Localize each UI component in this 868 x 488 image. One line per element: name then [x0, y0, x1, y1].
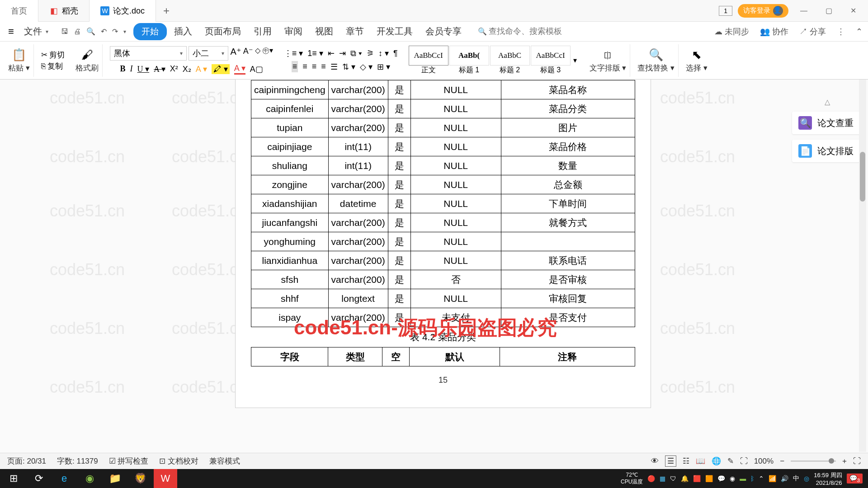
border-icon[interactable]: ⊞ ▾: [377, 62, 390, 72]
tray-icon-5[interactable]: 🟧: [705, 475, 713, 482]
font-name-select[interactable]: 黑体▾: [110, 46, 187, 61]
style-h3[interactable]: AaBbCcI标题 3: [531, 46, 571, 75]
increase-font-icon[interactable]: A⁺: [230, 46, 241, 61]
phonetic-icon[interactable]: ㊥▾: [262, 46, 273, 61]
document-page[interactable]: caipinmingchengvarchar(200)是NULL菜品名称caip…: [235, 80, 651, 408]
underline-button[interactable]: U ▾: [137, 64, 150, 74]
taskbar-app-1[interactable]: ⟳: [27, 469, 51, 488]
align-distribute-icon[interactable]: ☰: [330, 62, 338, 72]
taskbar-wps[interactable]: W: [154, 469, 177, 488]
zoom-slider[interactable]: [791, 460, 836, 462]
tray-icon-9[interactable]: ◎: [804, 475, 809, 482]
notification-button[interactable]: 💬3: [847, 474, 863, 484]
char-border-button[interactable]: A▢: [250, 64, 263, 74]
align-center-icon[interactable]: ≡: [302, 62, 307, 71]
qat-redo-icon[interactable]: ↷: [112, 27, 118, 36]
menu-devtools[interactable]: 开发工具: [371, 23, 418, 39]
collapse-panel-icon[interactable]: △: [792, 98, 863, 106]
eye-icon[interactable]: 👁: [651, 457, 659, 466]
menu-page-layout[interactable]: 页面布局: [199, 23, 246, 39]
qat-save-icon[interactable]: 🖫: [61, 28, 68, 36]
style-h1[interactable]: AaBb(标题 1: [449, 46, 489, 75]
tray-ime-icon[interactable]: 中: [793, 474, 799, 483]
login-button[interactable]: 访客登录 👤: [738, 4, 788, 18]
show-marks-icon[interactable]: ¶: [393, 49, 398, 58]
line-height-icon[interactable]: ⇅ ▾: [342, 62, 355, 72]
align-left-icon[interactable]: ≡: [292, 61, 298, 72]
sort-icon[interactable]: ⚞: [367, 48, 374, 58]
ribbon-select[interactable]: ⬉ 选择 ▾: [682, 44, 711, 77]
asian-layout-icon[interactable]: ⧉ ▾: [350, 49, 362, 58]
window-badge[interactable]: 1: [719, 6, 732, 16]
taskbar-clock[interactable]: 16:59 周四 2021/8/26: [814, 471, 842, 486]
start-button[interactable]: ⊞: [2, 469, 25, 488]
tray-icon-2[interactable]: ▦: [660, 475, 665, 482]
zoom-in-button[interactable]: +: [842, 457, 847, 466]
close-button[interactable]: ✕: [844, 3, 863, 19]
menu-start[interactable]: 开始: [133, 23, 167, 40]
subscript-button[interactable]: X₂: [183, 64, 191, 74]
tray-icon-7[interactable]: ◉: [730, 475, 735, 482]
paste-icon[interactable]: 📋: [12, 48, 26, 62]
page-view-icon[interactable]: ☰: [665, 455, 676, 467]
decrease-font-icon[interactable]: A⁻: [243, 46, 253, 61]
fullscreen-icon[interactable]: ⛶: [853, 457, 861, 466]
decrease-indent-icon[interactable]: ⇤: [328, 48, 335, 58]
maximize-button[interactable]: ▢: [819, 3, 839, 19]
number-list-icon[interactable]: 1≡ ▾: [307, 48, 323, 58]
paste-button[interactable]: 粘贴 ▾: [8, 63, 30, 73]
font-size-select[interactable]: 小二▾: [189, 46, 228, 61]
tray-icon-4[interactable]: 🟥: [693, 475, 701, 482]
shading-icon[interactable]: ◇ ▾: [360, 62, 373, 72]
menu-file[interactable]: 文件▾: [19, 23, 54, 39]
menu-chapter[interactable]: 章节: [340, 23, 369, 39]
hamburger-icon[interactable]: ≡: [5, 26, 17, 38]
page-indicator[interactable]: 页面: 20/31: [7, 456, 46, 466]
qat-preview-icon[interactable]: 🔍: [86, 27, 95, 36]
tab-document[interactable]: W 论文.doc: [90, 0, 156, 22]
cut-button[interactable]: ✂ 剪切: [41, 50, 65, 60]
tray-wifi-icon[interactable]: 📶: [769, 475, 776, 482]
reading-view-icon[interactable]: 📖: [696, 456, 705, 466]
taskbar-browser[interactable]: ◉: [78, 469, 101, 488]
taskbar-app-2[interactable]: 🦁: [128, 469, 152, 488]
bullet-list-icon[interactable]: ⋮≡ ▾: [284, 48, 303, 58]
tray-icon-1[interactable]: 🔴: [647, 475, 655, 482]
taskbar-explorer[interactable]: 📁: [103, 469, 127, 488]
vertical-scrollbar[interactable]: [859, 80, 866, 452]
italic-button[interactable]: I: [130, 64, 133, 74]
tab-home[interactable]: 首页: [0, 0, 38, 22]
spellcheck-toggle[interactable]: ☑ 拼写检查: [109, 456, 149, 466]
tray-bluetooth-icon[interactable]: ᛒ: [750, 475, 754, 482]
menu-more-icon[interactable]: ⋮: [837, 27, 845, 37]
tray-icon-8[interactable]: ▬: [740, 475, 746, 482]
clear-format-icon[interactable]: ◇: [255, 46, 260, 61]
format-painter-icon[interactable]: 🖌: [81, 48, 93, 62]
markup-icon[interactable]: ✎: [727, 456, 734, 466]
tray-volume-icon[interactable]: 🔊: [781, 475, 788, 482]
scrollbar-thumb[interactable]: [860, 152, 865, 202]
style-body[interactable]: AaBbCcI正文: [409, 46, 448, 75]
share-button[interactable]: ↗ 分享: [799, 26, 826, 37]
qat-more-icon[interactable]: ▾: [123, 28, 126, 35]
paper-check-button[interactable]: 🔍 论文查重: [792, 112, 863, 134]
text-effect-button[interactable]: A ▾: [196, 64, 207, 74]
paper-typeset-button[interactable]: 📄 论文排版: [792, 140, 863, 162]
taskbar-ie[interactable]: e: [52, 469, 76, 488]
menu-reference[interactable]: 引用: [248, 23, 277, 39]
style-h2[interactable]: AaBbC标题 2: [490, 46, 530, 75]
collab-button[interactable]: 👥 协作: [760, 26, 788, 37]
zoom-level[interactable]: 100%: [754, 457, 774, 466]
new-tab-button[interactable]: +: [156, 5, 177, 17]
menu-view[interactable]: 视图: [310, 23, 339, 39]
command-search-input[interactable]: [489, 27, 579, 36]
ribbon-find-replace[interactable]: 🔍 查找替换 ▾: [634, 44, 679, 77]
doccheck-toggle[interactable]: ⊡ 文档校对: [159, 456, 198, 466]
menu-insert[interactable]: 插入: [169, 23, 198, 39]
zoom-out-button[interactable]: −: [780, 457, 784, 466]
highlight-button[interactable]: 🖍 ▾: [212, 64, 230, 74]
superscript-button[interactable]: X²: [170, 64, 178, 74]
copy-button[interactable]: ⎘ 复制: [41, 61, 63, 71]
tray-icon-3[interactable]: 🛡: [670, 475, 676, 482]
outline-view-icon[interactable]: ☷: [683, 456, 689, 466]
